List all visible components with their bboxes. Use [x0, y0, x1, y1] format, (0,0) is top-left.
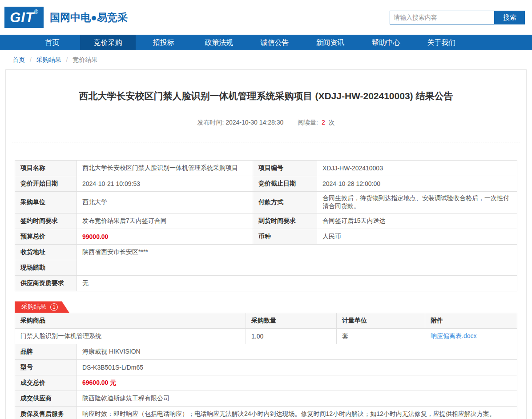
- table-row: 质保及售后服务 响应时效：即时响应（包括电话响应）；电话响应无法解决24小时内到…: [15, 407, 517, 419]
- project-code-value: XDJJ-HW-202410003: [317, 161, 517, 176]
- views-count: 2: [322, 119, 325, 126]
- table-row: 成交供应商 陕西隆乾迪斯建筑工程有限公司: [15, 391, 517, 407]
- search-input[interactable]: [390, 11, 495, 24]
- site-survey-value: [77, 260, 517, 276]
- site-header: GIT ® 国网中电●易竞采 搜索: [0, 0, 532, 35]
- currency-value: 人民币: [317, 229, 517, 245]
- main-nav: 首页 竞价采购 招投标 政策法规 诚信公告 新闻资讯 帮助中心 关于我们: [0, 35, 532, 50]
- delivery-time-label: 到货时间要求: [253, 214, 317, 229]
- table-row: 竞价开始日期 2024-10-21 10:09:53 竞价截止日期 2024-1…: [15, 176, 517, 192]
- table-row: 项目名称 西北大学长安校区门禁人脸识别一体机管理系统采购项目 项目编号 XDJJ…: [15, 161, 517, 176]
- registered-mark-icon: ®: [34, 9, 38, 28]
- table-row: 门禁人脸识别一体机管理系统 1.00 套 响应偏离表.docx: [15, 329, 517, 344]
- payment-value: 合同生效后，待货物到达指定地点、安装调试验收合格后，一次性付清合同货款。: [317, 192, 517, 214]
- supplier-value: 陕西隆乾迪斯建筑工程有限公司: [77, 391, 517, 407]
- budget-label: 预算总价: [15, 229, 77, 245]
- model-label: 型号: [15, 360, 77, 375]
- breadcrumb-current: 竞价结果: [73, 56, 97, 63]
- table-row: 成交总价 69600.00 元: [15, 375, 517, 391]
- nav-item-bidding-purchase[interactable]: 竞价采购: [80, 35, 136, 50]
- purchase-result-badge: 采购结果 1: [15, 301, 69, 313]
- currency-label: 币种: [253, 229, 317, 245]
- quantity-value: 1.00: [246, 329, 337, 344]
- bid-start-value: 2024-10-21 10:09:53: [77, 176, 253, 192]
- deal-price-value: 69600.00 元: [77, 375, 517, 391]
- product-value: 门禁人脸识别一体机管理系统: [15, 329, 246, 344]
- article-meta: 发布时间: 2024-10-30 14:28:30 阅读量: 2 次: [15, 119, 517, 127]
- table-row: 签约时间要求 发布竞价结果后7天内签订合同 到货时间要求 合同签订后15天内送达: [15, 214, 517, 229]
- attachment-cell: 响应偏离表.docx: [425, 329, 517, 344]
- breadcrumb-separator: /: [66, 56, 68, 63]
- nav-item-tender[interactable]: 招投标: [136, 35, 191, 50]
- table-header-row: 采购商品 采购数量 计量单位 附件: [15, 313, 517, 329]
- product-column-header: 采购商品: [15, 313, 246, 329]
- table-row: 现场踏勘: [15, 260, 517, 276]
- nav-item-integrity-notice[interactable]: 诚信公告: [247, 35, 302, 50]
- nav-item-about-us[interactable]: 关于我们: [414, 35, 469, 50]
- budget-value: 99000.00: [77, 229, 253, 245]
- purchase-result-badge-label: 采购结果: [21, 303, 46, 311]
- project-name-value: 西北大学长安校区门禁人脸识别一体机管理系统采购项目: [77, 161, 253, 176]
- brand-label: 品牌: [15, 344, 77, 360]
- result-count-icon: 1: [50, 303, 58, 311]
- warranty-label: 质保及售后服务: [15, 407, 77, 419]
- attachment-link[interactable]: 响应偏离表.docx: [431, 332, 476, 339]
- quantity-column-header: 采购数量: [246, 313, 337, 329]
- nav-item-help-center[interactable]: 帮助中心: [358, 35, 414, 50]
- search-button[interactable]: 搜索: [495, 11, 525, 24]
- breadcrumb: 首页 / 采购结果 / 竞价结果: [0, 50, 532, 69]
- table-row: 采购单位 西北大学 付款方式 合同生效后，待货物到达指定地点、安装调试验收合格后…: [15, 192, 517, 214]
- sign-time-label: 签约时间要求: [15, 214, 77, 229]
- publish-time-label: 发布时间:: [197, 119, 224, 126]
- unit-column-header: 计量单位: [337, 313, 425, 329]
- table-row: 预算总价 99000.00 币种 人民币: [15, 229, 517, 245]
- announcement-card: 西北大学长安校区门禁人脸识别一体机管理系统采购项目 (XDJJ-HW-20241…: [5, 69, 527, 419]
- table-row: 型号 DS-K3B501S-L/Dm65: [15, 360, 517, 375]
- brand-value: 海康威视 HIKVISION: [77, 344, 517, 360]
- publish-time-value: 2024-10-30 14:28:30: [226, 119, 283, 126]
- qualification-value: 无: [77, 276, 517, 291]
- search-bar: 搜索: [390, 11, 525, 24]
- views-label: 阅读量:: [298, 119, 318, 126]
- qualification-label: 供应商资质要求: [15, 276, 77, 291]
- attachment-column-header: 附件: [425, 313, 517, 329]
- git-logo[interactable]: GIT ®: [4, 7, 44, 28]
- project-code-label: 项目编号: [253, 161, 317, 176]
- address-value: 陕西省西安市长安区****: [77, 245, 517, 260]
- breadcrumb-purchase-results[interactable]: 采购结果: [36, 56, 61, 63]
- views-unit: 次: [329, 119, 335, 126]
- result-detail-table: 品牌 海康威视 HIKVISION 型号 DS-K3B501S-L/Dm65 成…: [15, 344, 517, 419]
- brand: GIT ® 国网中电●易竞采: [4, 7, 128, 28]
- nav-item-news[interactable]: 新闻资讯: [302, 35, 358, 50]
- address-label: 收货地址: [15, 245, 77, 260]
- sign-time-value: 发布竞价结果后7天内签订合同: [77, 214, 253, 229]
- bid-end-value: 2024-10-28 12:00:00: [317, 176, 517, 192]
- table-row: 收货地址 陕西省西安市长安区****: [15, 245, 517, 260]
- logo-text: GIT: [10, 7, 34, 28]
- breadcrumb-home[interactable]: 首页: [12, 56, 25, 63]
- dashed-divider: [12, 142, 520, 142]
- project-info-table: 项目名称 西北大学长安校区门禁人脸识别一体机管理系统采购项目 项目编号 XDJJ…: [15, 160, 517, 291]
- table-row: 品牌 海康威视 HIKVISION: [15, 344, 517, 360]
- nav-item-policy[interactable]: 政策法规: [191, 35, 247, 50]
- nav-item-home[interactable]: 首页: [24, 35, 80, 50]
- purchase-result-table: 采购商品 采购数量 计量单位 附件 门禁人脸识别一体机管理系统 1.00 套 响…: [15, 313, 517, 344]
- delivery-time-value: 合同签订后15天内送达: [317, 214, 517, 229]
- bid-end-label: 竞价截止日期: [253, 176, 317, 192]
- buyer-label: 采购单位: [15, 192, 77, 214]
- payment-label: 付款方式: [253, 192, 317, 214]
- model-value: DS-K3B501S-L/Dm65: [77, 360, 517, 375]
- warranty-value: 响应时效：即时响应（包括电话响应）；电话响应无法解决24小时内到达现场。修复时间…: [77, 407, 517, 419]
- site-title: 国网中电●易竞采: [50, 11, 128, 24]
- project-name-label: 项目名称: [15, 161, 77, 176]
- site-survey-label: 现场踏勘: [15, 260, 77, 276]
- bid-start-label: 竞价开始日期: [15, 176, 77, 192]
- page-title: 西北大学长安校区门禁人脸识别一体机管理系统采购项目 (XDJJ-HW-20241…: [28, 89, 504, 102]
- breadcrumb-separator: /: [30, 56, 32, 63]
- buyer-value: 西北大学: [77, 192, 253, 214]
- supplier-label: 成交供应商: [15, 391, 77, 407]
- table-row: 供应商资质要求 无: [15, 276, 517, 291]
- deal-price-label: 成交总价: [15, 375, 77, 391]
- unit-value: 套: [337, 329, 425, 344]
